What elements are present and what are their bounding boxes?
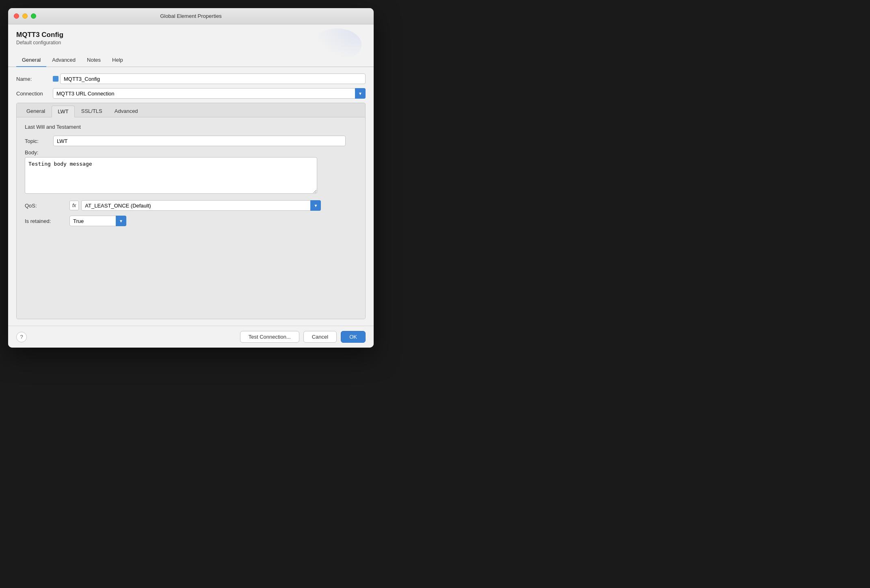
test-connection-button[interactable]: Test Connection... bbox=[240, 331, 299, 343]
inner-tab-lwt[interactable]: LWT bbox=[52, 106, 74, 117]
name-field-row: Name: bbox=[16, 74, 366, 84]
lwt-content: Last Will and Testament Topic: Body: Tes… bbox=[17, 117, 365, 319]
dialog-header: MQTT3 Config Default configuration bbox=[8, 24, 374, 50]
body-label: Body: bbox=[25, 149, 357, 156]
name-label: Name: bbox=[16, 76, 53, 82]
connection-select-wrapper: MQTT3 URL Connection ▼ bbox=[53, 88, 366, 99]
dialog-window: Global Element Properties MQTT3 Config D… bbox=[8, 8, 374, 348]
traffic-lights bbox=[14, 13, 36, 19]
inner-tab-ssl-tls[interactable]: SSL/TLS bbox=[76, 106, 108, 117]
ok-button[interactable]: OK bbox=[341, 331, 366, 343]
connection-field-row: Connection MQTT3 URL Connection ▼ bbox=[16, 88, 366, 99]
inner-tabs: General LWT SSL/TLS Advanced bbox=[17, 103, 365, 117]
close-button[interactable] bbox=[14, 13, 19, 19]
footer-right: Test Connection... Cancel OK bbox=[240, 331, 366, 343]
body-textarea[interactable]: Testing body message bbox=[25, 157, 317, 194]
tab-general[interactable]: General bbox=[16, 54, 46, 67]
maximize-button[interactable] bbox=[31, 13, 36, 19]
qos-select-wrapper: AT_LEAST_ONCE (Default) ▼ bbox=[81, 200, 321, 211]
fx-badge[interactable]: fx bbox=[69, 201, 79, 210]
retained-select[interactable]: True bbox=[69, 216, 126, 226]
qos-label: QoS: bbox=[25, 203, 69, 209]
name-icon bbox=[53, 76, 58, 82]
tab-notes[interactable]: Notes bbox=[81, 54, 106, 67]
name-input[interactable] bbox=[60, 74, 366, 84]
cancel-button[interactable]: Cancel bbox=[303, 331, 337, 343]
topic-label: Topic: bbox=[25, 138, 53, 144]
window-title: Global Element Properties bbox=[160, 13, 222, 19]
qos-select[interactable]: AT_LEAST_ONCE (Default) bbox=[81, 200, 321, 211]
connection-select[interactable]: MQTT3 URL Connection bbox=[53, 88, 366, 99]
body-field: Body: Testing body message bbox=[25, 149, 357, 195]
config-title: MQTT3 Config bbox=[16, 31, 366, 39]
footer-left: ? bbox=[16, 332, 27, 342]
minimize-button[interactable] bbox=[22, 13, 28, 19]
qos-row: QoS: fx AT_LEAST_ONCE (Default) ▼ bbox=[25, 200, 357, 211]
inner-tab-advanced[interactable]: Advanced bbox=[109, 106, 144, 117]
content-spacer bbox=[25, 231, 357, 312]
dialog-body: MQTT3 Config Default configuration Gener… bbox=[8, 24, 374, 326]
inner-tab-general[interactable]: General bbox=[21, 106, 51, 117]
inner-panel: General LWT SSL/TLS Advanced Last Will a… bbox=[16, 103, 366, 319]
help-button[interactable]: ? bbox=[16, 332, 27, 342]
is-retained-label: Is retained: bbox=[25, 218, 69, 224]
lwt-section-title: Last Will and Testament bbox=[25, 124, 357, 130]
is-retained-row: Is retained: True ▼ bbox=[25, 216, 357, 226]
dialog-footer: ? Test Connection... Cancel OK bbox=[8, 326, 374, 348]
topic-input[interactable] bbox=[53, 136, 346, 146]
retained-select-wrapper: True ▼ bbox=[69, 216, 126, 226]
connection-label: Connection bbox=[16, 91, 53, 97]
config-subtitle: Default configuration bbox=[16, 40, 366, 45]
tab-advanced[interactable]: Advanced bbox=[46, 54, 81, 67]
content-area: Name: Connection MQTT3 URL Connection ▼ bbox=[8, 67, 374, 326]
title-bar: Global Element Properties bbox=[8, 8, 374, 24]
tab-help[interactable]: Help bbox=[106, 54, 129, 67]
topic-row: Topic: bbox=[25, 136, 357, 146]
